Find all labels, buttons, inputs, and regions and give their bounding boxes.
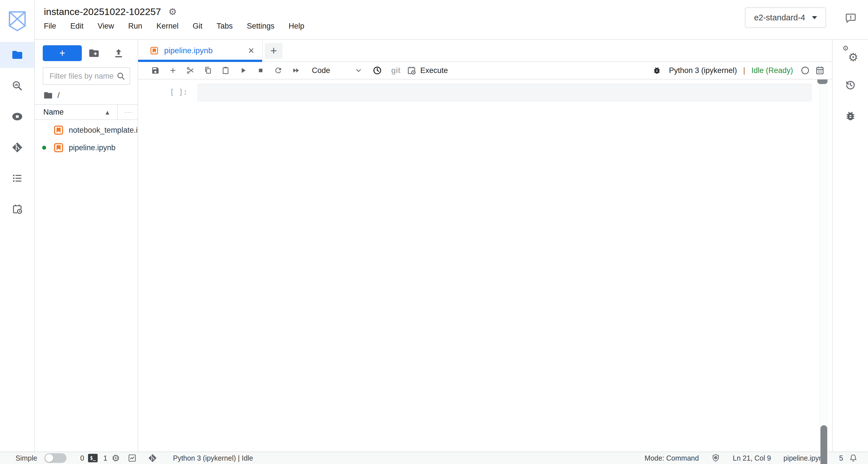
gear-icon[interactable]: ⚙: [168, 7, 177, 17]
sidebar-item-property-inspector[interactable]: ⚙⚙: [843, 42, 858, 66]
sidebar-item-usage-explorer[interactable]: [0, 73, 34, 99]
kernel-status[interactable]: Idle (Ready): [751, 66, 793, 75]
instance-title: instance-20251022-102257: [44, 6, 161, 17]
machine-type-label: e2-standard-4: [754, 13, 805, 22]
more-columns-icon[interactable]: ...: [124, 106, 132, 115]
calendar-grid-icon[interactable]: [815, 66, 825, 75]
file-filter-input[interactable]: [49, 71, 116, 81]
search-icon: [116, 71, 126, 81]
restart-kernel-button[interactable]: [270, 63, 287, 78]
sidebar-item-file-browser[interactable]: [0, 42, 34, 68]
simple-mode-toggle[interactable]: [44, 453, 66, 463]
kernel-busy-indicator-icon: [800, 66, 810, 75]
tab-label: pipeline.ipynb: [164, 46, 247, 55]
sidebar-item-notebook-jobs[interactable]: [0, 196, 34, 222]
file-row-pipeline[interactable]: pipeline.ipynb: [35, 140, 137, 155]
name-column-header[interactable]: Name ▲ ...: [35, 104, 137, 120]
menu-git[interactable]: Git: [193, 22, 203, 31]
chevron-down-icon: [354, 66, 363, 75]
notebook-file-icon: [54, 143, 64, 153]
interrupt-kernel-button[interactable]: [252, 63, 270, 78]
scrollbar-track[interactable]: [819, 80, 829, 452]
copy-cells-button[interactable]: [199, 63, 217, 78]
bell-icon: [849, 454, 858, 463]
notifications[interactable]: 5: [839, 454, 858, 463]
sidebar-item-git[interactable]: [0, 134, 34, 160]
history-clock-icon: [845, 79, 856, 91]
save-button[interactable]: [147, 63, 164, 78]
execute-label: Execute: [420, 66, 448, 75]
new-folder-button[interactable]: [82, 48, 106, 59]
sidebar-item-debugger[interactable]: [845, 104, 856, 128]
restart-run-all-button[interactable]: [287, 63, 305, 78]
copy-icon: [204, 66, 212, 75]
calendar-clock-icon: [11, 204, 23, 215]
plus-icon: [169, 66, 177, 75]
terminal-count-indicator[interactable]: 0 $_: [80, 454, 98, 462]
chip-icon: [111, 454, 120, 463]
menu-tabs[interactable]: Tabs: [217, 22, 232, 31]
menu-view[interactable]: View: [98, 22, 114, 31]
toggle-knob: [45, 454, 53, 462]
kernel-status-text[interactable]: Python 3 (ipykernel) | Idle: [173, 454, 253, 462]
schedule-button[interactable]: [369, 63, 386, 78]
scissors-icon: [186, 66, 195, 75]
simple-mode-label: Simple: [16, 454, 37, 462]
clock-icon: [372, 66, 382, 75]
menu-help[interactable]: Help: [289, 22, 305, 31]
menu-kernel[interactable]: Kernel: [156, 22, 179, 31]
file-row-notebook-template[interactable]: notebook_template.i...: [35, 123, 137, 137]
upload-button[interactable]: [106, 48, 131, 59]
git-status-indicator[interactable]: [148, 454, 157, 463]
menu-file[interactable]: File: [44, 22, 56, 31]
breadcrumb[interactable]: /: [43, 91, 137, 100]
file-filter: [43, 67, 130, 85]
chevron-down-icon: [812, 16, 817, 19]
git-icon: [11, 142, 23, 153]
terminal-icon: $_: [88, 454, 98, 462]
calendar-clock-icon: [407, 66, 416, 75]
execute-button[interactable]: Execute: [407, 66, 448, 75]
sidebar-item-table-of-contents[interactable]: [0, 165, 34, 191]
machine-type-dropdown[interactable]: e2-standard-4: [745, 7, 826, 28]
menu-run[interactable]: Run: [128, 22, 142, 31]
menu-edit[interactable]: Edit: [70, 22, 84, 31]
tab-bar: pipeline.ipynb × +: [138, 40, 832, 62]
cell-editor[interactable]: [197, 84, 812, 101]
menu-settings[interactable]: Settings: [247, 22, 275, 31]
save-icon: [151, 66, 160, 75]
scrollbar-up-handle[interactable]: [817, 80, 828, 84]
tab-pipeline-ipynb[interactable]: pipeline.ipynb ×: [141, 40, 262, 61]
cursor-position[interactable]: Ln 21, Col 9: [733, 454, 771, 462]
cell-type-dropdown[interactable]: Code: [312, 66, 363, 75]
kernel-name[interactable]: Python 3 (ipykernel): [669, 66, 737, 75]
notification-count: 5: [839, 454, 843, 462]
workspace: pipeline.ipynb × +: [138, 40, 832, 452]
git-toolbar-label[interactable]: git: [391, 66, 400, 75]
workbench-logo: [8, 10, 27, 32]
left-activity-bar: [0, 0, 35, 452]
new-launcher-button[interactable]: +: [43, 45, 82, 61]
run-cell-button[interactable]: [234, 63, 252, 78]
code-cell[interactable]: [ ]:: [138, 84, 832, 101]
sidebar-item-running-sessions[interactable]: [0, 103, 34, 130]
trust-shield-icon[interactable]: [711, 454, 720, 463]
insert-cell-button[interactable]: [164, 63, 182, 78]
scrollbar-down-arrow[interactable]: [820, 445, 828, 449]
file-name: pipeline.ipynb: [69, 144, 116, 152]
performance-monitor[interactable]: [128, 454, 137, 463]
kernel-count-indicator[interactable]: 1: [103, 454, 120, 463]
bug-icon[interactable]: [653, 66, 661, 75]
scrollbar-thumb[interactable]: [820, 425, 827, 464]
cell-type-value: Code: [312, 66, 354, 75]
feedback-icon[interactable]: [845, 12, 857, 24]
left-sidebar-nav: [0, 42, 34, 227]
cut-cells-button[interactable]: [182, 63, 199, 78]
new-folder-icon: [88, 48, 100, 59]
new-tab-button[interactable]: +: [265, 43, 282, 59]
kernel-separator: |: [743, 66, 745, 75]
close-icon[interactable]: ×: [247, 45, 256, 56]
name-header-label: Name: [43, 108, 64, 117]
paste-cells-button[interactable]: [217, 63, 234, 78]
sidebar-item-checkpoints[interactable]: [845, 73, 856, 97]
